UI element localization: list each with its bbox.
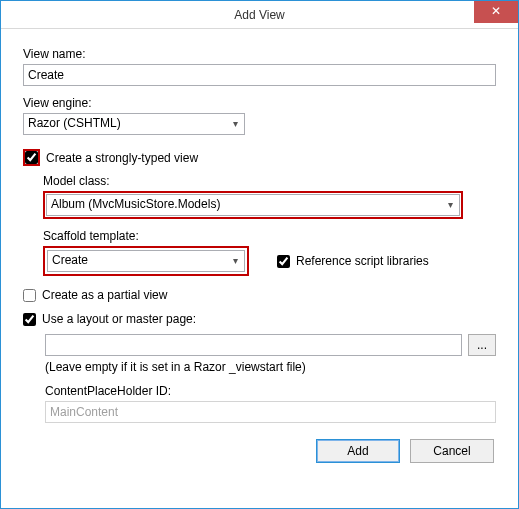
chevron-down-icon: ▾ xyxy=(448,199,453,210)
placeholder-id-input xyxy=(45,401,496,423)
titlebar: Add View ✕ xyxy=(1,1,518,29)
view-engine-label: View engine: xyxy=(23,96,496,110)
add-button[interactable]: Add xyxy=(316,439,400,463)
strongly-typed-checkbox[interactable] xyxy=(25,151,38,164)
use-layout-checkbox[interactable] xyxy=(23,313,36,326)
model-class-label: Model class: xyxy=(43,174,496,188)
scaffold-template-select[interactable]: Create ▾ xyxy=(47,250,245,272)
reference-script-checkbox[interactable] xyxy=(277,255,290,268)
highlight-strongly-typed xyxy=(23,149,40,166)
scaffold-template-value: Create xyxy=(52,253,88,267)
highlight-model-class: Album (MvcMusicStore.Models) ▾ xyxy=(43,191,463,219)
close-icon: ✕ xyxy=(491,4,501,18)
highlight-scaffold: Create ▾ xyxy=(43,246,249,276)
layout-hint: (Leave empty if it is set in a Razor _vi… xyxy=(45,360,496,374)
reference-script-label: Reference script libraries xyxy=(296,254,429,268)
cancel-button[interactable]: Cancel xyxy=(410,439,494,463)
strongly-typed-label: Create a strongly-typed view xyxy=(46,151,198,165)
browse-layout-button[interactable]: ... xyxy=(468,334,496,356)
add-view-dialog: Add View ✕ View name: View engine: Razor… xyxy=(0,0,519,509)
view-engine-value: Razor (CSHTML) xyxy=(28,116,121,130)
model-class-select[interactable]: Album (MvcMusicStore.Models) ▾ xyxy=(46,194,460,216)
model-class-value: Album (MvcMusicStore.Models) xyxy=(51,197,220,211)
view-engine-select[interactable]: Razor (CSHTML) ▾ xyxy=(23,113,245,135)
scaffold-template-label: Scaffold template: xyxy=(43,229,496,243)
partial-view-label: Create as a partial view xyxy=(42,288,167,302)
dialog-content: View name: View engine: Razor (CSHTML) ▾… xyxy=(1,29,518,477)
ellipsis-icon: ... xyxy=(477,338,487,352)
chevron-down-icon: ▾ xyxy=(233,255,238,266)
chevron-down-icon: ▾ xyxy=(233,118,238,129)
partial-view-checkbox[interactable] xyxy=(23,289,36,302)
view-name-input[interactable] xyxy=(23,64,496,86)
close-button[interactable]: ✕ xyxy=(474,1,518,23)
use-layout-label: Use a layout or master page: xyxy=(42,312,196,326)
placeholder-id-label: ContentPlaceHolder ID: xyxy=(45,384,496,398)
dialog-title: Add View xyxy=(1,1,518,29)
view-name-label: View name: xyxy=(23,47,496,61)
layout-path-input[interactable] xyxy=(45,334,462,356)
